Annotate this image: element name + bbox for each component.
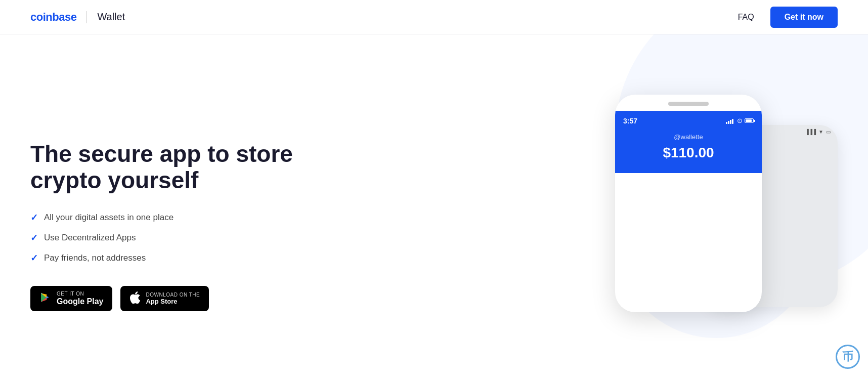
google-play-button[interactable]: GET IT ON Google Play bbox=[30, 286, 112, 311]
phone-username: @wallette bbox=[623, 133, 754, 141]
google-play-getit: GET IT ON bbox=[57, 291, 103, 297]
phone-status-icons: ⊙ bbox=[726, 117, 754, 124]
check-icon-3: ✓ bbox=[30, 253, 38, 264]
get-it-now-button[interactable]: Get it now bbox=[770, 7, 838, 28]
phone-mockups: ▐▐▐ ▼ ▭ 3:57 bbox=[575, 95, 838, 348]
nav-right: FAQ Get it now bbox=[738, 7, 838, 28]
check-icon-1: ✓ bbox=[30, 212, 38, 223]
phone-front: 3:57 ⊙ @wallette bbox=[615, 95, 762, 312]
phone-notch bbox=[668, 102, 709, 106]
phone-time: 3:57 bbox=[623, 117, 637, 125]
coinbase-wordmark: coinbase bbox=[30, 11, 76, 24]
google-play-name: Google Play bbox=[57, 297, 103, 306]
wifi-icon: ⊙ bbox=[737, 117, 743, 124]
hero-content: The secure app to store crypto yourself … bbox=[30, 131, 293, 312]
phone-balance: $110.00 bbox=[623, 145, 754, 161]
list-item: ✓ Pay friends, not addresses bbox=[30, 253, 293, 264]
app-store-text: Download on the App Store bbox=[146, 292, 200, 305]
google-play-icon bbox=[39, 291, 52, 306]
app-store-button[interactable]: Download on the App Store bbox=[120, 286, 209, 311]
coinbase-logo: coinbase bbox=[30, 11, 76, 24]
hero-title: The secure app to store crypto yourself bbox=[30, 141, 293, 194]
faq-link[interactable]: FAQ bbox=[738, 13, 754, 22]
wallet-label: Wallet bbox=[97, 11, 125, 23]
watermark-circle: 币 bbox=[836, 345, 860, 369]
nav-brand: coinbase Wallet bbox=[30, 11, 125, 24]
list-item: ✓ All your digital assets in one place bbox=[30, 212, 293, 223]
battery-back-icon: ▭ bbox=[826, 129, 831, 135]
phone-screen: 3:57 ⊙ @wallette bbox=[615, 111, 762, 173]
phone-status-bar: 3:57 ⊙ bbox=[623, 117, 754, 125]
feature-text-3: Pay friends, not addresses bbox=[44, 253, 146, 263]
navbar: coinbase Wallet FAQ Get it now bbox=[0, 0, 868, 34]
battery-icon bbox=[745, 118, 754, 123]
hero-section: The secure app to store crypto yourself … bbox=[0, 34, 868, 377]
feature-text-1: All your digital assets in one place bbox=[44, 213, 173, 223]
nav-divider bbox=[86, 11, 87, 23]
apple-icon bbox=[129, 291, 141, 306]
google-play-text: GET IT ON Google Play bbox=[57, 291, 103, 306]
wifi-back-icon: ▼ bbox=[818, 129, 823, 135]
signal-icon: ▐▐▐ bbox=[805, 129, 816, 135]
app-store-name: App Store bbox=[146, 298, 200, 305]
list-item: ✓ Use Decentralized Apps bbox=[30, 232, 293, 243]
feature-list: ✓ All your digital assets in one place ✓… bbox=[30, 212, 293, 264]
signal-bars bbox=[726, 118, 733, 124]
store-buttons: GET IT ON Google Play Download on the Ap… bbox=[30, 286, 293, 311]
check-icon-2: ✓ bbox=[30, 232, 38, 243]
watermark: 币 bbox=[836, 345, 860, 369]
feature-text-2: Use Decentralized Apps bbox=[44, 233, 136, 243]
app-store-download: Download on the bbox=[146, 292, 200, 298]
